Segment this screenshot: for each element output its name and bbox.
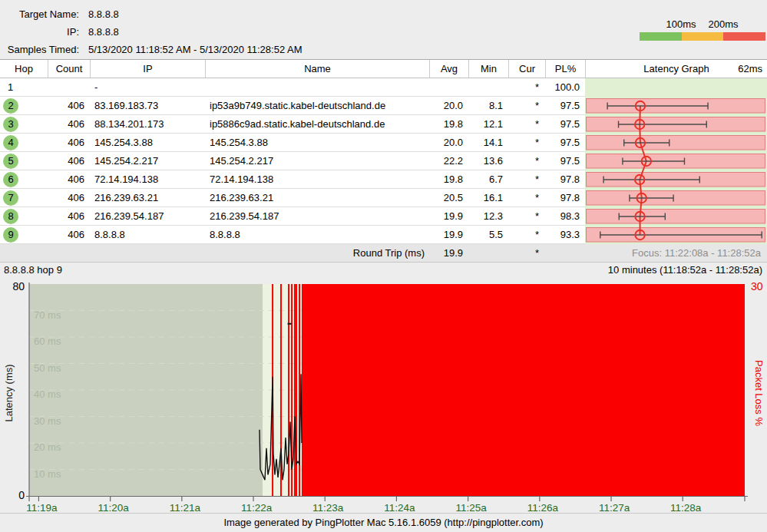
cell-avg: 19.8 [429,115,468,133]
samples-timed-label: Samples Timed: [0,44,79,55]
cell-pl-: 97.5 [545,97,585,114]
cell-pl-: 97.5 [545,134,585,151]
cell-avg: 19.8 [429,170,468,188]
timeline-graph[interactable]: 70 ms60 ms50 ms40 ms30 ms20 ms10 ms800La… [0,278,767,513]
cell-name: ip53a9b749.static.kabel-deutschland.de [205,97,429,114]
pingplotter-window: Target Name: 8.8.8.8 IP: 8.8.8.8 Samples… [0,0,767,532]
cell-pl-: 97.8 [545,189,585,207]
cell-min: 12.1 [468,115,508,133]
footer-bar: Image generated by PingPlotter Mac 5.16.… [0,513,767,532]
x-tick-label-11:27a: 11:27a [599,502,630,513]
cell-hop: 2 [0,97,48,114]
cell-count: 406 [48,189,90,207]
cell-ip: 145.254.2.217 [90,152,205,170]
cell-pl-: 97.5 [545,115,585,133]
round-trip-row: Round Trip (ms) 19.9 * Focus: 11:22:08a … [0,244,767,263]
cell-ip: 216.239.63.21 [90,189,205,207]
cell-ip: 8.8.8.8 [90,226,205,243]
cell-avg [429,78,468,96]
cell-avg: 19.9 [429,226,468,243]
cell-avg: 20.0 [429,97,468,114]
latency-graph-header-label: Latency Graph [643,63,709,74]
cell-min: 6.7 [468,170,508,188]
column-header-cur[interactable]: Cur [508,60,545,78]
roundtrip-label: Round Trip (ms) [205,244,429,262]
timeline-target-label: 8.8.8.8 hop 9 [4,264,62,276]
timeline-graph-svg[interactable]: 70 ms60 ms50 ms40 ms30 ms20 ms10 ms800La… [0,278,767,513]
y-axis-max-label: 80 [12,280,25,292]
cell-min: 12.3 [468,207,508,225]
column-header-hop[interactable]: Hop [0,60,48,78]
roundtrip-cur: * [508,244,545,262]
roundtrip-pl-cell [545,244,585,262]
column-header-name[interactable]: Name [205,60,429,78]
x-tick-label-11:28a: 11:28a [670,502,702,513]
cell-ip: 83.169.183.73 [90,97,205,114]
cell-count: 406 [48,207,90,225]
x-tick-label-11:25a: 11:25a [455,502,487,513]
column-header-ip[interactable]: IP [90,60,205,78]
cell-cur: * [508,115,545,133]
packet-loss-axis-title: Packet Loss % [753,360,765,426]
cell-min: 14.1 [468,134,508,151]
timeline-range-label: 10 minutes (11:18:52a - 11:28:52a) [608,264,762,276]
column-header-pl-[interactable]: PL% [545,60,585,78]
cell-name: 145.254.3.88 [205,134,429,151]
cell-ip: 72.14.194.138 [90,170,205,188]
cell-cur: * [508,207,545,225]
cell-cur: * [508,78,545,96]
cell-ip: - [90,78,205,96]
timeline-title-band: 8.8.8.8 hop 9 10 minutes (11:18:52a - 11… [0,262,767,278]
cell-count: 406 [48,170,90,188]
gridline-label-50ms: 50 ms [34,362,61,374]
cell-count [48,78,90,96]
cell-avg: 22.2 [429,152,468,170]
cell-min: 5.5 [468,226,508,243]
roundtrip-avg: 19.9 [429,244,468,262]
cell-cur: * [508,226,545,243]
packet-loss-max-label: 30 [751,280,763,292]
hop-table: HopCountIPNameAvgMinCurPL%Latency Graph6… [0,59,767,262]
latency-whisker-graph[interactable] [585,78,767,244]
x-tick-label-11:24a: 11:24a [384,502,415,513]
column-header-avg[interactable]: Avg [429,60,468,78]
cell-count: 406 [48,97,90,114]
column-header-latency-graph[interactable]: Latency Graph62ms [585,60,767,78]
column-header-count[interactable]: Count [48,60,90,78]
cell-name: 72.14.194.138 [205,170,429,188]
cell-count: 406 [48,134,90,151]
hop-status-circle: 2 [3,98,18,114]
cell-count: 406 [48,226,90,243]
cell-ip: 216.239.54.187 [90,207,205,225]
samples-timed-value: 5/13/2020 11:18:52 AM - 5/13/2020 11:28:… [88,44,303,55]
gridline-label-30ms: 30 ms [34,415,61,427]
y-axis-min-label: 0 [18,489,25,501]
cell-cur: * [508,97,545,114]
cell-cur: * [508,134,545,151]
gridline-label-10ms: 10 ms [34,468,61,480]
packet-loss-bar-hop-4 [587,136,765,150]
cell-min [468,78,508,96]
legend-200ms-label: 200ms [699,18,748,30]
cell-name: 8.8.8.8 [205,226,429,243]
latency-axis-title: Latency (ms) [3,364,15,421]
x-tick-label-11:19a: 11:19a [26,502,58,513]
target-name-value: 8.8.8.8 [88,8,119,20]
cell-hop: 5 [0,152,48,170]
cell-name: 145.254.2.217 [205,152,429,170]
hop-number: 1 [0,81,13,93]
packet-loss-bar-hop-7 [587,191,765,206]
plot-region-packet-loss-solid [302,284,745,496]
cell-cur: * [508,152,545,170]
hop-status-circle: 7 [3,190,18,206]
column-header-min[interactable]: Min [468,60,508,78]
legend-color-bar [640,32,765,41]
roundtrip-min-cell [468,244,508,262]
gridline-label-70ms: 70 ms [34,309,61,321]
cell-count: 406 [48,152,90,170]
hop-status-circle: 3 [3,117,18,132]
cell-hop: 8 [0,207,48,225]
legend-segment-2 [723,32,765,41]
cell-pl-: 93.3 [545,226,585,243]
roundtrip-count-cell [48,244,90,262]
